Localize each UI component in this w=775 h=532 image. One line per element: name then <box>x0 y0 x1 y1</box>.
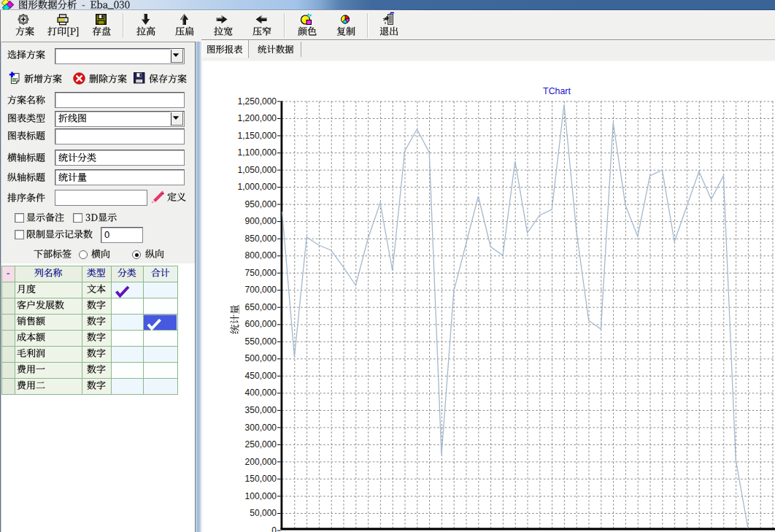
svg-text:500,000: 500,000 <box>245 353 277 363</box>
svg-text:1,000,000: 1,000,000 <box>238 182 277 192</box>
svg-text:1,250,000: 1,250,000 <box>238 96 277 107</box>
svg-text:200,000: 200,000 <box>245 457 277 467</box>
svg-text:1,100,000: 1,100,000 <box>238 147 277 158</box>
svg-text:TChart: TChart <box>543 86 571 96</box>
svg-text:100,000: 100,000 <box>245 491 277 501</box>
svg-text:550,000: 550,000 <box>245 336 277 347</box>
svg-text:1,150,000: 1,150,000 <box>238 131 277 141</box>
svg-text:350,000: 350,000 <box>245 405 277 415</box>
svg-text:150,000: 150,000 <box>245 474 277 484</box>
svg-text:750,000: 750,000 <box>245 268 277 278</box>
svg-text:850,000: 850,000 <box>245 234 277 244</box>
svg-text:600,000: 600,000 <box>245 319 277 329</box>
svg-text:800,000: 800,000 <box>245 250 277 261</box>
svg-text:700,000: 700,000 <box>245 285 277 295</box>
svg-text:250,000: 250,000 <box>245 439 277 450</box>
svg-text:0: 0 <box>271 525 277 532</box>
svg-text:1,050,000: 1,050,000 <box>238 165 277 175</box>
svg-text:50,000: 50,000 <box>250 508 277 518</box>
svg-text:400,000: 400,000 <box>245 388 277 398</box>
svg-text:450,000: 450,000 <box>245 371 277 381</box>
svg-text:300,000: 300,000 <box>245 423 277 433</box>
svg-text:950,000: 950,000 <box>245 199 277 209</box>
svg-text:1,200,000: 1,200,000 <box>238 113 277 123</box>
svg-text:650,000: 650,000 <box>245 302 277 312</box>
svg-text:900,000: 900,000 <box>245 216 277 226</box>
